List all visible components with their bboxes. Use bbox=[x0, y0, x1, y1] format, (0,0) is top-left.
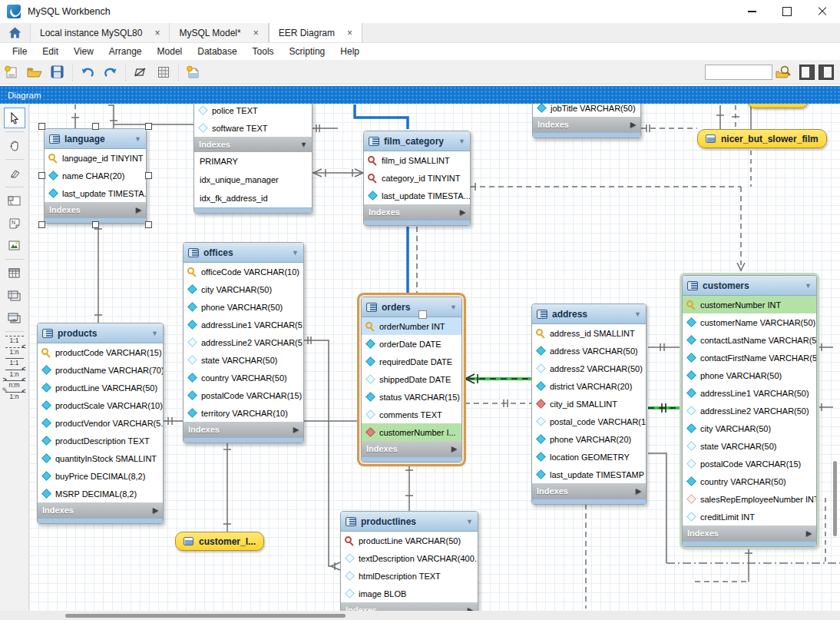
column-row[interactable]: requiredDate DATE bbox=[362, 353, 461, 370]
home-tab[interactable] bbox=[0, 23, 31, 42]
column-row[interactable]: phone VARCHAR(50) bbox=[184, 298, 303, 316]
table-header[interactable]: customers▼ bbox=[683, 276, 816, 296]
column-row[interactable]: city VARCHAR(50) bbox=[184, 280, 303, 298]
indexes-header[interactable]: Indexes▶ bbox=[45, 202, 146, 217]
menu-model[interactable]: Model bbox=[150, 46, 190, 57]
indexes-header[interactable]: Indexes▶ bbox=[341, 602, 478, 611]
column-row[interactable]: district VARCHAR(20) bbox=[532, 377, 646, 395]
indexes-header[interactable]: Indexes▶ bbox=[533, 117, 640, 132]
indexes-arrow-icon[interactable]: ▶ bbox=[806, 529, 812, 537]
search-input[interactable] bbox=[705, 65, 772, 80]
toggle-grid-button[interactable] bbox=[153, 62, 174, 82]
column-row[interactable]: htmlDescription TEXT bbox=[341, 567, 478, 585]
indexes-header[interactable]: Indexes▶ bbox=[184, 422, 303, 437]
menu-database[interactable]: Database bbox=[190, 46, 244, 57]
column-row[interactable]: postalCode VARCHAR(15) bbox=[184, 386, 303, 404]
column-row[interactable]: officeCode VARCHAR(10) bbox=[184, 263, 303, 280]
view-customer_l-[interactable]: customer_l... bbox=[175, 532, 264, 551]
column-row[interactable]: customerNumber INT bbox=[683, 296, 816, 313]
column-row[interactable]: phone VARCHAR(20) bbox=[532, 430, 646, 448]
menu-tools[interactable]: Tools bbox=[245, 46, 282, 57]
column-row[interactable]: country VARCHAR(50) bbox=[683, 472, 816, 490]
column-row[interactable]: orderNumber INT bbox=[362, 317, 461, 335]
indexes-arrow-icon[interactable]: ▶ bbox=[451, 445, 457, 453]
column-row[interactable]: addressLine2 VARCHAR(5... bbox=[184, 333, 303, 351]
tool-view[interactable] bbox=[4, 285, 25, 306]
tab-mysql-model-[interactable]: MySQL Model*× bbox=[170, 23, 268, 42]
selection-handle[interactable] bbox=[92, 221, 99, 228]
indexes-arrow-icon[interactable]: ▼ bbox=[300, 141, 307, 148]
column-row[interactable]: postal_code VARCHAR(10) bbox=[532, 413, 646, 430]
table-customers[interactable]: customers▼customerNumber INTcustomerName… bbox=[682, 275, 817, 547]
column-row[interactable]: territory VARCHAR(10) bbox=[184, 404, 303, 422]
collapse-arrow-icon[interactable]: ▼ bbox=[466, 518, 473, 526]
collapse-arrow-icon[interactable]: ▼ bbox=[450, 303, 457, 311]
tool-relation-1-n[interactable]: <✎1:n bbox=[2, 392, 28, 400]
collapse-arrow-icon[interactable]: ▼ bbox=[134, 135, 141, 143]
column-row[interactable]: productScale VARCHAR(10) bbox=[38, 396, 163, 414]
find-button[interactable] bbox=[773, 62, 795, 82]
indexes-arrow-icon[interactable]: ▶ bbox=[293, 426, 299, 433]
selection-handle[interactable] bbox=[38, 123, 45, 130]
column-row[interactable]: addressLine1 VARCHAR(5... bbox=[184, 316, 303, 333]
table-offices[interactable]: offices▼officeCode VARCHAR(10)city VARCH… bbox=[183, 242, 304, 443]
column-row[interactable]: state VARCHAR(50) bbox=[683, 437, 816, 455]
tool-layer[interactable]: L bbox=[4, 191, 25, 211]
column-row[interactable]: address_id SMALLINT bbox=[532, 324, 646, 342]
tool-image[interactable] bbox=[4, 235, 25, 256]
column-row[interactable]: state VARCHAR(50) bbox=[184, 351, 303, 369]
column-row[interactable]: last_update TIMESTA... bbox=[364, 187, 470, 204]
column-row[interactable]: productDescription TEXT bbox=[38, 432, 163, 449]
selection-handle[interactable] bbox=[145, 172, 152, 179]
column-row[interactable]: MSRP DECIMAL(8,2) bbox=[38, 485, 163, 502]
maximize-button[interactable] bbox=[769, 0, 805, 23]
collapse-arrow-icon[interactable]: ▼ bbox=[458, 138, 465, 145]
column-row[interactable]: last_update TIMESTA... bbox=[45, 184, 146, 202]
column-row[interactable]: status VARCHAR(15) bbox=[362, 388, 461, 406]
menu-arrange[interactable]: Arrange bbox=[101, 46, 150, 57]
table-header[interactable]: offices▼ bbox=[184, 243, 303, 263]
menu-help[interactable]: Help bbox=[332, 46, 367, 57]
collapse-arrow-icon[interactable]: ▼ bbox=[805, 282, 812, 290]
indexes-arrow-icon[interactable]: ▶ bbox=[636, 487, 641, 495]
column-row[interactable]: software TEXT bbox=[194, 119, 312, 137]
menu-file[interactable]: File bbox=[5, 46, 35, 57]
view-nicer_but_slower_film[interactable]: nicer_but_slower_film bbox=[697, 129, 827, 148]
column-row[interactable]: buyPrice DECIMAL(8,2) bbox=[38, 467, 163, 485]
selection-handle[interactable] bbox=[92, 123, 99, 130]
column-row[interactable]: address VARCHAR(50) bbox=[532, 342, 646, 360]
table-products[interactable]: products▼productCode VARCHAR(15)productN… bbox=[37, 323, 164, 524]
selection-handle[interactable] bbox=[145, 221, 152, 228]
column-row[interactable]: productLine VARCHAR(50) bbox=[38, 379, 163, 396]
new-model-button[interactable] bbox=[1, 62, 22, 82]
column-row[interactable]: category_id TINYINT bbox=[364, 169, 470, 187]
column-row[interactable]: jobTitle VARCHAR(50) bbox=[533, 104, 640, 117]
view-partial[interactable] bbox=[747, 104, 809, 108]
table-header[interactable]: language▼ bbox=[45, 129, 146, 149]
column-row[interactable]: productCode VARCHAR(15) bbox=[38, 343, 163, 361]
column-row[interactable]: shippedDate DATE bbox=[362, 370, 461, 388]
indexes-arrow-icon[interactable]: ▶ bbox=[136, 206, 141, 214]
indexes-header[interactable]: Indexes▶ bbox=[362, 441, 461, 456]
column-row[interactable]: salesRepEmployeeNumber INT bbox=[683, 490, 816, 508]
indexes-header[interactable]: Indexes▶ bbox=[38, 502, 163, 518]
table-header[interactable]: products▼ bbox=[38, 323, 163, 343]
table-header[interactable]: productlines▼ bbox=[341, 512, 478, 532]
close-button[interactable] bbox=[805, 0, 840, 23]
tab-close-icon[interactable]: × bbox=[154, 28, 160, 38]
tool-table[interactable] bbox=[4, 263, 25, 283]
indexes-arrow-icon[interactable]: ▶ bbox=[460, 208, 465, 216]
menu-edit[interactable]: Edit bbox=[35, 46, 66, 57]
table-address[interactable]: address▼address_id SMALLINTaddress VARCH… bbox=[531, 303, 647, 505]
tool-hand[interactable] bbox=[4, 135, 25, 156]
selection-handle[interactable] bbox=[145, 123, 152, 130]
column-row[interactable]: textDescription VARCHAR(400... bbox=[341, 549, 478, 567]
column-row[interactable]: productVendor VARCHAR(5... bbox=[38, 414, 163, 432]
column-row[interactable]: quantityInStock SMALLINT bbox=[38, 449, 163, 467]
column-row[interactable]: city_id SMALLINT bbox=[532, 395, 646, 413]
selection-handle[interactable] bbox=[38, 172, 45, 179]
column-row[interactable]: customerNumber I... bbox=[362, 423, 461, 441]
column-row[interactable]: name CHAR(20) bbox=[45, 167, 146, 184]
tool-relation-1-n-dashed[interactable]: <1:n bbox=[2, 347, 28, 356]
collapse-arrow-icon[interactable]: ▼ bbox=[292, 249, 299, 257]
